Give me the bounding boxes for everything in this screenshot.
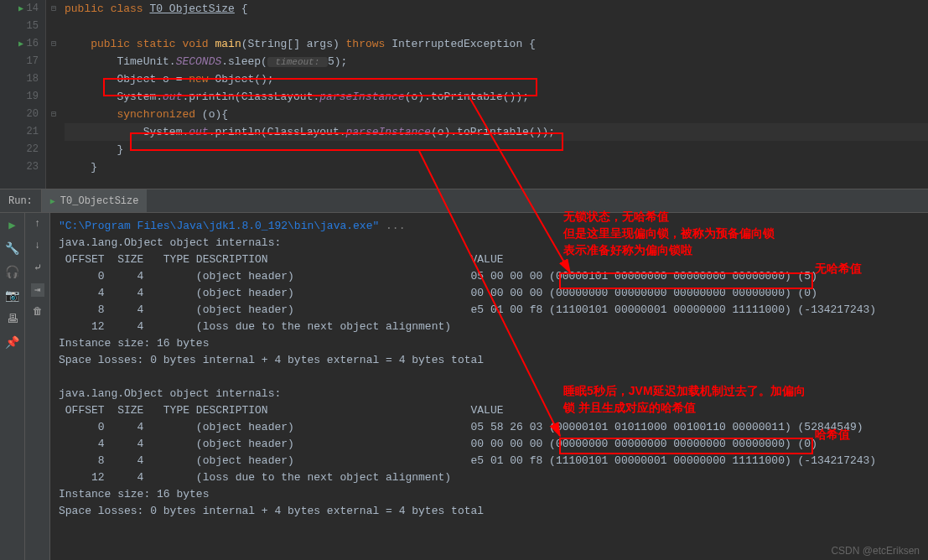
run-panel: Run: ▶ T0_ObjectSize ▶ 🔧 🎧 📷 🖶 📌 ↑ ↓ ⤶ ⇥… [0,189,928,560]
console-line: 0 4 (object header) 05 58 26 03 (0000010… [59,421,863,433]
console-line: 8 4 (object header) e5 01 00 f8 (1110010… [59,454,876,467]
console-line: java.lang.Object object internals: [59,236,281,249]
console-line: 12 4 (loss due to the next object alignm… [59,320,451,333]
line-number: 19 [27,91,39,102]
trash-icon[interactable]: 🗑 [31,305,44,319]
line-number: 23 [27,161,39,173]
run-header: Run: ▶ T0_ObjectSize [0,189,928,213]
run-tab-name: T0_ObjectSize [60,195,139,207]
run-gutter-icon[interactable]: ▶ [18,35,23,53]
wrench-icon[interactable]: 🔧 [5,241,20,257]
console-line: 8 4 (object header) e5 01 00 f8 (1110010… [59,303,876,316]
soft-wrap-icon[interactable]: ⤶ [31,262,44,275]
console-line: 12 4 (loss due to the next object alignm… [59,471,451,484]
console-output[interactable]: "C:\Program Files\Java\jdk1.8.0_192\bin\… [50,213,928,560]
console-line: java.lang.Object object internals: [59,387,281,400]
line-gutter: ▶14 15 ▶16 17 18 19 20 21 22 23 [0,0,46,189]
code-editor: ▶14 15 ▶16 17 18 19 20 21 22 23 ⊟ ⊟ ⊟ pu… [0,0,928,189]
scroll-end-icon[interactable]: ⇥ [31,283,44,297]
run-label: Run: [0,189,42,212]
run-sub-toolbar: ↑ ↓ ⤶ ⇥ 🗑 [25,213,50,560]
down-arrow-icon[interactable]: ↓ [31,240,44,253]
watermark: CSDN @etcEriksen [831,545,920,557]
console-line: Instance size: 16 bytes [59,337,209,350]
line-number: 21 [27,126,39,137]
console-line: Instance size: 16 bytes [59,488,209,500]
fold-marker[interactable]: ⊟ [46,35,61,53]
console-line: OFFSET SIZE TYPE DESCRIPTION VALUE [59,404,504,417]
console-line: Space losses: 0 bytes internal + 4 bytes… [59,505,484,517]
headphones-icon[interactable]: 🎧 [5,265,20,280]
rerun-icon[interactable]: ▶ [5,218,20,233]
line-number: 14 [27,3,39,14]
code-content[interactable]: public class T0_ObjectSize { public stat… [61,0,928,189]
line-number: 22 [27,143,39,155]
line-number: 20 [27,108,39,120]
run-tab-icon: ▶ [50,196,55,206]
console-line: 0 4 (object header) 05 00 00 00 (0000010… [59,270,817,283]
line-number: 18 [27,73,39,85]
exec-command: "C:\Program Files\Java\jdk1.8.0_192\bin\… [59,220,379,232]
line-number: 15 [27,20,39,32]
fold-column: ⊟ ⊟ ⊟ [46,0,61,189]
console-line: 4 4 (object header) 00 00 00 00 (0000000… [59,438,817,450]
up-arrow-icon[interactable]: ↑ [31,218,44,231]
printer-icon[interactable]: 🖶 [5,312,20,327]
pin-icon[interactable]: 📌 [5,335,20,350]
fold-marker[interactable]: ⊟ [46,0,61,18]
line-number: 17 [27,55,39,67]
fold-marker[interactable]: ⊟ [46,106,61,123]
line-number: 16 [27,38,39,49]
camera-icon[interactable]: 📷 [5,288,20,303]
run-tab[interactable]: ▶ T0_ObjectSize [42,189,148,212]
console-line: OFFSET SIZE TYPE DESCRIPTION VALUE [59,253,504,266]
run-gutter-icon[interactable]: ▶ [18,0,23,18]
console-line: Space losses: 0 bytes internal + 4 bytes… [59,354,484,366]
console-line: 4 4 (object header) 00 00 00 00 (0000000… [59,287,817,299]
run-left-toolbar: ▶ 🔧 🎧 📷 🖶 📌 [0,213,25,560]
